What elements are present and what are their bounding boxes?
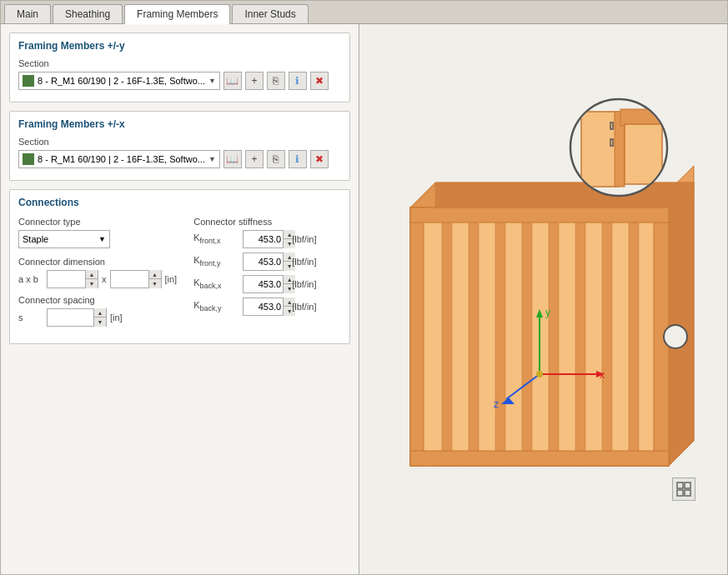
stiffness-2-unit: [lbf/in] (292, 279, 316, 289)
zoom-btn[interactable] (672, 478, 695, 501)
stiffness-0-spinbox[interactable]: ▲ ▼ (243, 230, 289, 248)
right-panel: y x z (359, 24, 727, 574)
stiffness-2-input[interactable] (245, 276, 283, 292)
tab-main[interactable]: Main (4, 4, 51, 23)
viz-svg: y x z (385, 91, 702, 508)
spacing-unit: [in] (110, 312, 123, 322)
stiffness-2-spinbox[interactable]: ▲ ▼ (243, 275, 289, 293)
stiffness-row-3: Kback,y ▲ ▼ [lbf/in] (193, 298, 341, 316)
stiffness-3-spinbox[interactable]: ▲ ▼ (243, 298, 289, 316)
dim-b-up-btn[interactable]: ▲ (149, 270, 161, 279)
rail-top-back (435, 182, 694, 208)
callout-circle (664, 325, 687, 348)
rail-top (410, 208, 669, 222)
origin-dot (536, 371, 543, 378)
zoom-icon (676, 482, 691, 497)
stud-2 (469, 208, 479, 466)
framing-x-copy-btn[interactable]: ⎘ (267, 150, 285, 168)
framing-x-info-btn[interactable]: ℹ (289, 150, 307, 168)
dim-unit: [in] (165, 274, 178, 284)
framing-x-book-btn[interactable]: 📖 (223, 150, 242, 168)
z-axis-label: z (494, 398, 499, 410)
dim-a-input[interactable]: 0.01 (48, 271, 85, 288)
stiffness-key-3: Kback,y (193, 300, 239, 312)
connections-grid: Connector type Staple ▼ Connector dimens… (18, 217, 341, 332)
detail-top-plate (620, 109, 666, 126)
framing-y-add-btn[interactable]: + (245, 72, 264, 90)
spacing-down-btn[interactable]: ▼ (94, 318, 106, 327)
framing-y-book-btn[interactable]: 📖 (223, 72, 242, 90)
rail-bottom (410, 451, 669, 466)
framing-x-section-label: Section (18, 137, 341, 147)
framing-y-delete-btn[interactable]: ✖ (310, 72, 329, 90)
framing-x-arrow-icon: ▼ (208, 155, 216, 163)
dim-b-spinbox[interactable]: 2.00 ▲ ▼ (110, 270, 162, 288)
stud-8 (629, 208, 639, 466)
stiffness-0-input[interactable] (245, 231, 283, 248)
dim-b-input[interactable]: 2.00 (111, 271, 148, 288)
stiffness-3-unit: [lbf/in] (292, 302, 316, 312)
framing-y-color (23, 75, 34, 87)
main-container: Main Sheathing Framing Members Inner Stu… (0, 0, 728, 575)
stud-7 (602, 208, 612, 466)
tab-framing-members[interactable]: Framing Members (124, 4, 230, 24)
stiffness-label: Connector stiffness (193, 217, 341, 227)
x-separator: x (102, 274, 107, 284)
tab-sheathing[interactable]: Sheathing (53, 4, 123, 23)
stiffness-0-unit: [lbf/in] (292, 234, 316, 244)
framing-x-delete-btn[interactable]: ✖ (310, 150, 329, 168)
spacing-input[interactable]: 3.000 (48, 309, 93, 326)
framing-y-select-text: 8 - R_M1 60/190 | 2 - 16F-1.3E, Softwo..… (38, 76, 205, 86)
stiffness-key-0: Kfront,x (193, 232, 239, 245)
svg-rect-3 (677, 490, 683, 496)
spacing-s-label: s (18, 312, 43, 322)
dim-b-down-btn[interactable]: ▼ (149, 279, 161, 288)
connector-type-arrow-icon: ▼ (98, 235, 106, 243)
svg-rect-4 (685, 490, 690, 496)
stud-5 (549, 208, 559, 466)
dim-ab-label: a x b (18, 274, 43, 284)
svg-rect-2 (685, 482, 690, 488)
connector-spacing-label: Connector spacing (18, 295, 177, 305)
connector-type-row: Staple ▼ (18, 230, 177, 248)
spacing-row: s 3.000 ▲ ▼ [in] (18, 308, 177, 327)
stiffness-1-input[interactable] (245, 253, 283, 270)
spacing-up-btn[interactable]: ▲ (94, 308, 106, 318)
framing-y-title: Framing Members +/-y (18, 40, 341, 52)
stiffness-3-input[interactable] (245, 298, 283, 315)
tab-inner-studs[interactable]: Inner Studs (232, 4, 308, 23)
framing-x-section: Framing Members +/-x Section 8 - R_M1 60… (9, 111, 350, 181)
stud-6 (575, 208, 585, 466)
stiffness-1-spinbox[interactable]: ▲ ▼ (243, 252, 289, 271)
framing-y-dropdown[interactable]: 8 - R_M1 60/190 | 2 - 16F-1.3E, Softwo..… (18, 72, 220, 90)
stud-left (410, 208, 424, 466)
framing-y-copy-btn[interactable]: ⎘ (267, 72, 285, 90)
framing-y-section: Framing Members +/-y Section 8 - R_M1 60… (9, 32, 350, 102)
spacing-spinbox[interactable]: 3.000 ▲ ▼ (47, 308, 107, 327)
framing-x-select-text: 8 - R_M1 60/190 | 2 - 16F-1.3E, Softwo..… (38, 154, 205, 164)
framing-y-info-btn[interactable]: ℹ (289, 72, 307, 90)
framing-x-color (23, 153, 34, 165)
framing-x-add-btn[interactable]: + (245, 150, 264, 168)
dim-a-arrows: ▲ ▼ (85, 270, 98, 288)
framing-x-dropdown[interactable]: 8 - R_M1 60/190 | 2 - 16F-1.3E, Softwo..… (18, 150, 220, 168)
detail-back-panel (625, 124, 662, 184)
connector-dim-label: Connector dimension (18, 257, 177, 267)
connections-title: Connections (18, 197, 341, 208)
stiffness-key-1: Kfront,y (193, 255, 239, 268)
connector-type-dropdown[interactable]: Staple ▼ (18, 230, 110, 248)
dim-a-up-btn[interactable]: ▲ (86, 270, 98, 279)
stiffness-1-unit: [lbf/in] (292, 257, 316, 267)
frame-3d-group: y x z (410, 166, 694, 466)
stiffness-key-2: Kback,x (193, 278, 239, 290)
stiffness-row-0: Kfront,x ▲ ▼ [lbf/in] (193, 230, 341, 248)
left-panel: Framing Members +/-y Section 8 - R_M1 60… (1, 24, 359, 574)
framing-x-section-row: 8 - R_M1 60/190 | 2 - 16F-1.3E, Softwo..… (18, 150, 341, 168)
connections-box: Connections Connector type Staple ▼ Conn… (9, 189, 350, 344)
y-axis-label: y (545, 307, 550, 318)
dim-a-spinbox[interactable]: 0.01 ▲ ▼ (47, 270, 98, 288)
spacing-arrows: ▲ ▼ (93, 308, 106, 327)
svg-rect-1 (677, 482, 683, 488)
dim-a-down-btn[interactable]: ▼ (86, 279, 98, 288)
connector-type-value: Staple (23, 234, 48, 244)
